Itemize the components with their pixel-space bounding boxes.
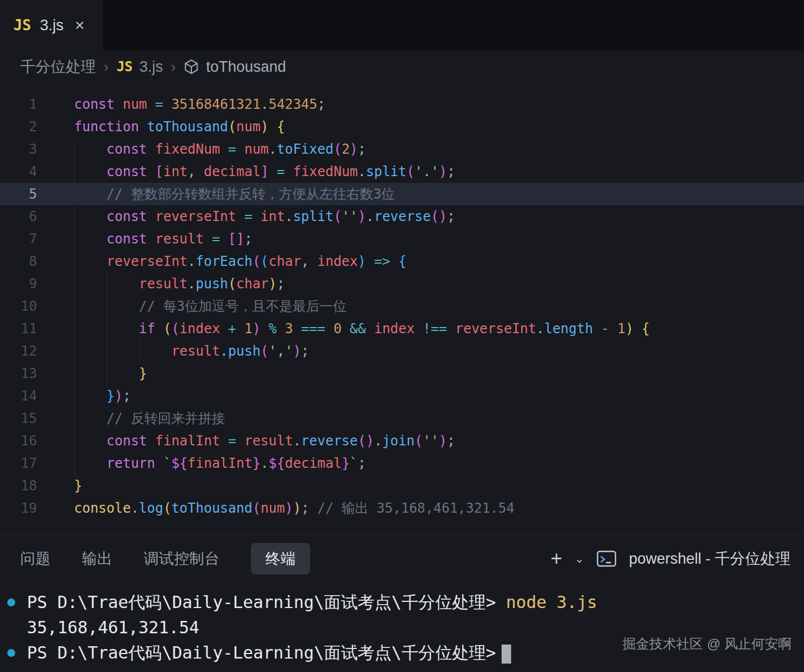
code-text: const num = 35168461321.542345; bbox=[37, 93, 804, 116]
line-number[interactable]: 12 bbox=[0, 340, 37, 362]
code-text: return `${finalInt}.${decimal}`; bbox=[37, 452, 804, 475]
terminal-prompt: PS D:\Trae代码\Daily-Learning\面试考点\千分位处理> bbox=[27, 643, 496, 662]
line-number[interactable]: 17 bbox=[0, 452, 37, 475]
line-number[interactable]: 3 bbox=[0, 138, 37, 160]
indent-guide bbox=[74, 362, 75, 385]
line-number[interactable]: 16 bbox=[0, 430, 37, 452]
panel-tab-debug-console[interactable]: 调试控制台 bbox=[144, 543, 219, 574]
code-line[interactable]: 4 const [int, decimal] = fixedNum.split(… bbox=[0, 160, 804, 183]
indent-guide bbox=[107, 295, 107, 317]
terminal-icon[interactable] bbox=[596, 550, 617, 568]
code-text: result.push(','); bbox=[37, 340, 804, 362]
code-text: reverseInt.forEach((char, index) => { bbox=[37, 250, 804, 273]
code-text: function toThousand(num) { bbox=[37, 116, 804, 138]
line-number[interactable]: 4 bbox=[0, 160, 37, 183]
line-number[interactable]: 7 bbox=[0, 228, 37, 250]
code-line[interactable]: 9 result.push(char); bbox=[0, 273, 804, 295]
breadcrumb-folder[interactable]: 千分位处理 bbox=[20, 57, 96, 77]
code-text: const finalInt = result.reverse().join('… bbox=[37, 430, 804, 452]
code-text: } bbox=[37, 362, 804, 385]
code-text: const [int, decimal] = fixedNum.split('.… bbox=[37, 160, 804, 183]
panel-header: 问题输出调试控制台终端 + ⌄ powershell - 千分位处理 bbox=[0, 535, 804, 583]
code-line[interactable]: 7 const result = []; bbox=[0, 228, 804, 250]
terminal-out: 35,168,461,321.54 bbox=[27, 618, 199, 637]
new-terminal-icon[interactable]: + bbox=[550, 549, 562, 569]
indent-guide bbox=[74, 273, 75, 295]
indent-guide bbox=[74, 340, 75, 362]
breadcrumb: 千分位处理 › JS 3.js › toThousand bbox=[0, 50, 804, 83]
code-text: result.push(char); bbox=[37, 273, 804, 295]
code-line[interactable]: 18} bbox=[0, 475, 804, 497]
code-line[interactable]: 2function toThousand(num) { bbox=[0, 116, 804, 138]
editor-tab[interactable]: JS 3.js × bbox=[0, 0, 103, 50]
line-number[interactable]: 6 bbox=[0, 205, 37, 228]
line-number[interactable]: 2 bbox=[0, 116, 37, 138]
breadcrumb-file[interactable]: 3.js bbox=[140, 58, 163, 76]
line-number[interactable]: 5 bbox=[0, 183, 37, 205]
code-line[interactable]: 16 const finalInt = result.reverse().joi… bbox=[0, 430, 804, 452]
code-text: console.log(toThousand(num)); // 输出 35,1… bbox=[37, 497, 804, 519]
line-number[interactable]: 10 bbox=[0, 295, 37, 317]
panel-tabs: 问题输出调试控制台终端 bbox=[20, 543, 310, 574]
indent-guide bbox=[107, 340, 107, 362]
command-decoration-icon[interactable] bbox=[7, 649, 15, 657]
watermark: 掘金技术社区 @ 风止何安啊 bbox=[622, 635, 792, 653]
line-number[interactable]: 18 bbox=[0, 475, 37, 497]
line-number[interactable]: 15 bbox=[0, 407, 37, 430]
line-number[interactable]: 9 bbox=[0, 273, 37, 295]
indent-guide bbox=[74, 295, 75, 317]
indent-guide bbox=[74, 430, 75, 452]
terminal-cursor bbox=[502, 645, 511, 664]
line-number[interactable]: 14 bbox=[0, 385, 37, 407]
js-file-icon: JS bbox=[13, 17, 31, 34]
line-number[interactable]: 13 bbox=[0, 362, 37, 385]
code-line[interactable]: 12 result.push(','); bbox=[0, 340, 804, 362]
code-line[interactable]: 1const num = 35168461321.542345; bbox=[0, 93, 804, 116]
code-line[interactable]: 6 const reverseInt = int.split('').rever… bbox=[0, 205, 804, 228]
command-decoration-icon[interactable] bbox=[7, 599, 15, 606]
js-file-icon: JS bbox=[117, 59, 133, 75]
chevron-down-icon[interactable]: ⌄ bbox=[575, 552, 584, 565]
code-editor[interactable]: 1const num = 35168461321.542345;2functio… bbox=[0, 83, 804, 534]
close-icon[interactable]: × bbox=[75, 17, 85, 34]
code-line[interactable]: 14 }); bbox=[0, 385, 804, 407]
terminal-cmd: node 3.js bbox=[496, 592, 598, 612]
indent-guide bbox=[74, 183, 75, 205]
breadcrumb-symbol[interactable]: toThousand bbox=[206, 58, 286, 76]
line-number[interactable]: 8 bbox=[0, 250, 37, 273]
indent-guide bbox=[74, 205, 75, 228]
panel-tab-problems[interactable]: 问题 bbox=[20, 543, 50, 574]
terminal-prompt: PS D:\Trae代码\Daily-Learning\面试考点\千分位处理> bbox=[27, 592, 496, 612]
panel-tab-terminal[interactable]: 终端 bbox=[251, 543, 310, 574]
code-line[interactable]: 5 // 整数部分转数组并反转，方便从左往右数3位 bbox=[0, 183, 804, 205]
indent-guide bbox=[74, 317, 75, 340]
panel-tab-output[interactable]: 输出 bbox=[82, 543, 112, 574]
indent-guide bbox=[107, 317, 107, 340]
code-line[interactable]: 15 // 反转回来并拼接 bbox=[0, 407, 804, 430]
indent-guide bbox=[74, 385, 75, 407]
code-line[interactable]: 3 const fixedNum = num.toFixed(2); bbox=[0, 138, 804, 160]
line-number[interactable]: 1 bbox=[0, 93, 37, 116]
code-line[interactable]: 19console.log(toThousand(num)); // 输出 35… bbox=[0, 497, 804, 519]
indent-guide bbox=[74, 228, 75, 250]
code-text: } bbox=[37, 475, 804, 497]
code-area: 1const num = 35168461321.542345;2functio… bbox=[0, 93, 804, 519]
panel-actions: + ⌄ powershell - 千分位处理 bbox=[550, 549, 791, 569]
tab-title: 3.js bbox=[40, 17, 63, 34]
indent-guide bbox=[107, 362, 107, 385]
code-line[interactable]: 13 } bbox=[0, 362, 804, 385]
code-line[interactable]: 8 reverseInt.forEach((char, index) => { bbox=[0, 250, 804, 273]
line-number[interactable]: 19 bbox=[0, 497, 37, 519]
terminal-line[interactable]: PS D:\Trae代码\Daily-Learning\面试考点\千分位处理> … bbox=[0, 590, 804, 615]
code-text: const result = []; bbox=[37, 228, 804, 250]
indent-guide bbox=[74, 452, 75, 475]
code-text: if ((index + 1) % 3 === 0 && index !== r… bbox=[37, 317, 804, 340]
indent-guide bbox=[74, 138, 75, 160]
symbol-cube-icon bbox=[183, 59, 199, 75]
code-line[interactable]: 17 return `${finalInt}.${decimal}`; bbox=[0, 452, 804, 475]
code-line[interactable]: 10 // 每3位加逗号，且不是最后一位 bbox=[0, 295, 804, 317]
code-text: }); bbox=[37, 385, 804, 407]
code-line[interactable]: 11 if ((index + 1) % 3 === 0 && index !=… bbox=[0, 317, 804, 340]
terminal-session-label[interactable]: powershell - 千分位处理 bbox=[629, 549, 791, 569]
line-number[interactable]: 11 bbox=[0, 317, 37, 340]
